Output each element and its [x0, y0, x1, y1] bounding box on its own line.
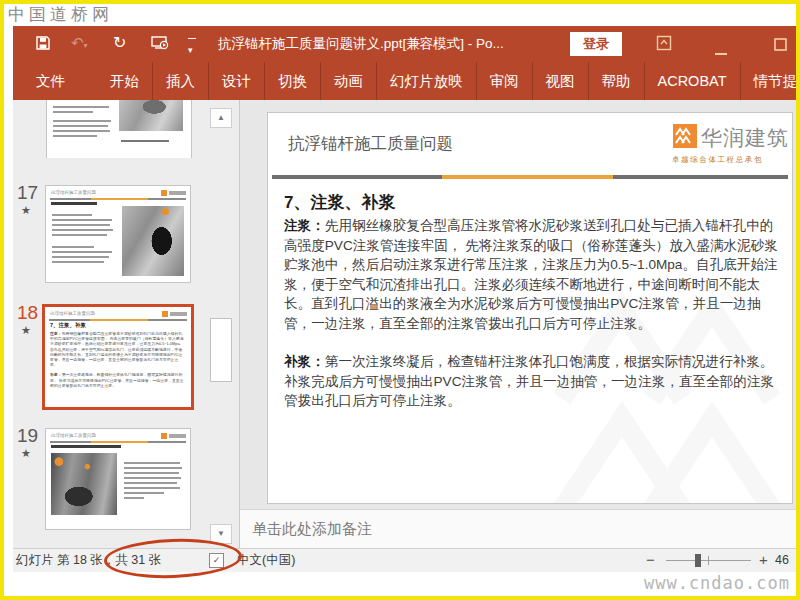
start-slideshow-icon[interactable] — [151, 35, 169, 55]
tab-storyboarding[interactable]: 情节提要 — [741, 62, 796, 100]
slide-thumbnail-panel: 17 ★ 抗浮锚杆施工质量问题 18 ★ 抗浮锚杆施工质量问题 — [13, 100, 239, 548]
tab-help[interactable]: 帮助 — [589, 62, 645, 100]
zoom-in-button[interactable]: + — [759, 549, 768, 571]
thumbnail-slide-16[interactable] — [46, 100, 192, 158]
customize-qat-icon[interactable]: ▾ — [188, 38, 196, 59]
status-bar: 幻灯片 第 18 张，共 31 张 ✓ 中文(中国) − + 46 — [13, 548, 796, 572]
save-icon[interactable] — [35, 35, 51, 55]
powerpoint-window: ↶▾ ↻ ▾ 抗浮锚杆施工质量问题讲义.ppt[兼容模式] - Po... 登录… — [13, 26, 796, 571]
thumbnail-slide-18-selected[interactable]: 抗浮锚杆施工质量问题 7、注浆、补浆 注浆：先用钢丝橡胶复合型高压注浆管将水泥砂… — [42, 304, 194, 410]
tab-design[interactable]: 设计 — [209, 62, 265, 100]
thumbnail-slide-17[interactable]: 抗浮锚杆施工质量问题 — [45, 185, 191, 283]
undo-icon[interactable]: ↶▾ — [71, 34, 88, 55]
slide-canvas[interactable]: 抗浮锚杆施工质量问题 华润建筑 卓越综合体工程总承包 7、注浆、补浆 注浆：先用… — [267, 112, 793, 504]
thumbnail-17-photo — [122, 206, 184, 276]
company-logo-name: 华润建筑 — [701, 124, 789, 152]
tab-view[interactable]: 视图 — [533, 62, 589, 100]
tab-home[interactable]: 开始 — [97, 62, 153, 100]
company-logo-tagline: 卓越综合体工程总承包 — [672, 155, 763, 165]
animation-star-icon: ★ — [21, 447, 31, 460]
redo-icon[interactable]: ↻ — [113, 34, 126, 52]
tab-review[interactable]: 审阅 — [477, 62, 533, 100]
thumb-19-title: 抗浮锚杆施工质量问题 — [51, 433, 96, 438]
zoom-percentage[interactable]: 46 — [775, 549, 789, 571]
slide-editing-area: 抗浮锚杆施工质量问题 华润建筑 卓越综合体工程总承包 7、注浆、补浆 注浆：先用… — [240, 100, 796, 509]
frame-border-top — [0, 0, 800, 4]
watermark-top-left: 中国道桥网 — [8, 3, 113, 26]
screenshot-root: { "watermarks": { "top_left": "中国道桥网", "… — [0, 0, 800, 600]
tab-transitions[interactable]: 切换 — [265, 62, 321, 100]
slide-section-heading: 7、注浆、补浆 — [284, 191, 395, 214]
title-bar: ↶▾ ↻ ▾ 抗浮锚杆施工质量问题讲义.ppt[兼容模式] - Po... 登录 — [13, 26, 796, 62]
notes-pane[interactable]: 单击此处添加备注 — [240, 509, 796, 549]
slide-number-17: 17 — [17, 182, 43, 204]
slide-number-19: 19 — [17, 425, 43, 447]
zoom-slider-midtick — [708, 556, 709, 565]
thumbnail-slide-19[interactable]: 抗浮锚杆施工质量问题 — [45, 428, 191, 530]
scrollbar-thumb[interactable] — [210, 318, 232, 382]
ribbon-display-options-icon[interactable] — [656, 35, 674, 53]
slide-counter: 幻灯片 第 18 张，共 31 张 — [16, 549, 161, 571]
maximize-button[interactable] — [774, 37, 792, 55]
thumb-18-logo — [162, 311, 187, 317]
tab-insert[interactable]: 插入 — [153, 62, 209, 100]
thumb-19-logo — [161, 433, 186, 439]
scroll-up-button[interactable]: ▲ — [210, 108, 232, 128]
zoom-slider-thumb[interactable] — [695, 554, 701, 567]
sign-in-button[interactable]: 登录 — [570, 32, 622, 56]
scroll-down-button[interactable]: ▼ — [210, 524, 232, 544]
thumb-17-title: 抗浮锚杆施工质量问题 — [51, 190, 96, 195]
slide-number-18: 18 — [17, 302, 43, 324]
tab-slideshow[interactable]: 幻灯片放映 — [377, 62, 477, 100]
thumbnail-19-photo — [51, 453, 117, 515]
company-logo-icon — [673, 124, 697, 148]
tab-acrobat[interactable]: ACROBAT — [645, 62, 741, 100]
animation-star-icon: ★ — [21, 324, 31, 337]
language-status[interactable]: 中文(中国) — [237, 549, 295, 571]
proofing-icon[interactable]: ✓ — [209, 553, 224, 568]
notes-placeholder: 单击此处添加备注 — [252, 510, 372, 548]
watermark-bottom-right: www.cndao.com — [644, 573, 790, 593]
thumbnail-16-photo — [119, 100, 183, 131]
slide-watermark-logo — [552, 279, 793, 504]
ribbon-tab-row: 文件 开始 插入 设计 切换 动画 幻灯片放映 审阅 视图 帮助 ACROBAT… — [13, 62, 796, 100]
minimize-button[interactable] — [714, 42, 732, 60]
animation-star-icon: ★ — [21, 204, 31, 217]
frame-border-left — [0, 0, 4, 600]
tab-animations[interactable]: 动画 — [321, 62, 377, 100]
frame-border-bottom — [0, 596, 800, 600]
slide-header-divider — [272, 175, 788, 179]
tab-file[interactable]: 文件 — [20, 62, 81, 100]
document-title: 抗浮锚杆施工质量问题讲义.ppt[兼容模式] - Po... — [218, 35, 504, 53]
thumbnail-scrollbar[interactable]: ▲ ▼ — [210, 108, 230, 544]
thumb-18-heading: 7、注浆、补浆 — [50, 322, 86, 329]
frame-border-right — [796, 0, 800, 600]
slide-header-title: 抗浮锚杆施工质量问题 — [288, 133, 453, 155]
thumb-17-logo — [161, 190, 186, 196]
thumb-18-title: 抗浮锚杆施工质量问题 — [50, 311, 95, 316]
zoom-out-button[interactable]: − — [646, 549, 655, 571]
